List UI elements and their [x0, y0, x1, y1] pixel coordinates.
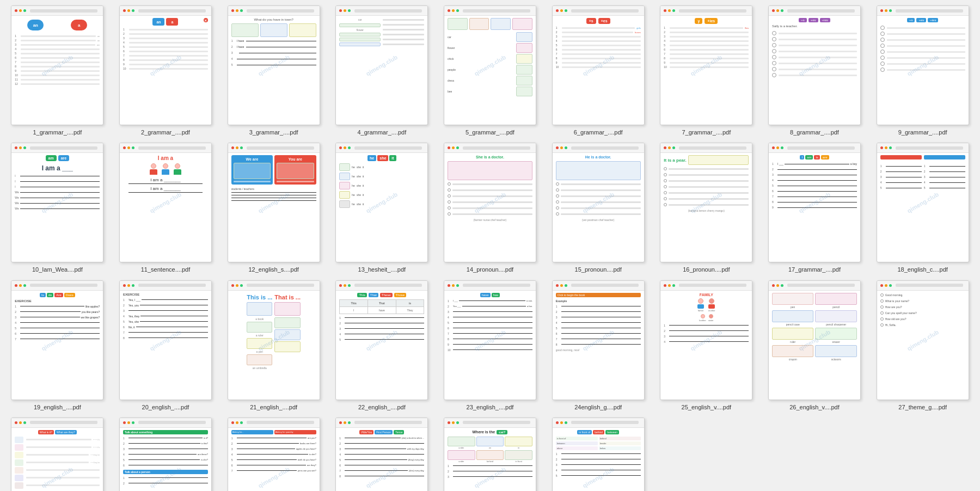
file-item-12[interactable]: We are You are students / teachers — [222, 143, 326, 273]
thumbnail-20[interactable]: EXERCISE 1Yes, I ___ 2Yes, you 3 4Yes, t… — [119, 280, 212, 400]
file-item-29[interactable]: Talk about something 1is it? 2is this? 3… — [114, 418, 218, 491]
file-label-25: 25_english_v....pdf — [682, 403, 732, 411]
file-label-13: 13_hesheit_....pdf — [358, 266, 406, 273]
watermark: qimeng.club — [365, 54, 399, 77]
file-label-5: 5_grammar_....pdf — [465, 128, 514, 136]
file-label-16: 16_pronoun....pdf — [683, 266, 730, 273]
file-item-33[interactable]: in front of behind between in front of b… — [546, 418, 650, 491]
file-item-26[interactable]: pen pencil case ruler crayon pencil penc… — [763, 280, 867, 411]
file-item-21[interactable]: This is ... a book a ruler a pen an umbr… — [222, 280, 326, 411]
file-label-12: 12_english_s....pdf — [248, 266, 298, 273]
file-item-18[interactable]: 1 2 3 4 5 1 2 3 4 — [871, 143, 975, 273]
thumbnail-21[interactable]: This is ... a book a ruler a pen an umbr… — [228, 280, 320, 400]
thumbnail-13[interactable]: he she it he she it he she it — [335, 143, 428, 262]
thumbnail-14[interactable]: She is a doctor. (farmer nurse chef teac… — [444, 143, 536, 262]
thumbnail-19[interactable]: Is do Are Does EXERCISE 1like apples? 2y… — [11, 280, 103, 400]
file-label-18: 18_english_c....pdf — [897, 266, 947, 273]
thumbnail-29[interactable]: Talk about something 1is it? 2is this? 3… — [119, 418, 212, 491]
file-label-19: 19_english_....pdf — [34, 403, 81, 411]
file-label-21: 21_english_....pdf — [250, 403, 297, 411]
thumbnail-11[interactable]: I am a I am a _______ — [119, 143, 212, 262]
file-item-11[interactable]: I am a I am a _______ — [114, 143, 218, 273]
file-item-16[interactable]: It is a pear. (banana lemon cherry mango… — [654, 143, 758, 273]
thumbnail-30[interactable]: Asking for... Asking for quantity 1are y… — [228, 418, 320, 491]
thumbnail-26[interactable]: pen pencil case ruler crayon pencil penc… — [768, 280, 861, 400]
thumbnail-25[interactable]: FAMILY father mother — [660, 280, 752, 400]
file-item-32[interactable]: Where is the cat? under on in — [438, 418, 542, 491]
file-label-4: 4_grammar_....pdf — [357, 128, 406, 136]
thumbnail-4[interactable]: car flower — [335, 5, 428, 125]
file-item-7[interactable]: y +ies 1flies 2 3 4 5 6 7 8 9 10 qimeng.… — [654, 5, 758, 136]
thumbnail-1[interactable]: an a 1an 2an 3am 4 5 6 7 8 9 10 11 12 — [11, 5, 103, 125]
watermark: qimeng.club — [906, 328, 940, 352]
file-label-11: 11_sentence....pdf — [141, 266, 191, 273]
watermark: qimeng.club — [149, 191, 182, 214]
file-item-10[interactable]: am are I am a ___ I I I We We We We qime… — [5, 143, 109, 273]
thumbnail-24[interactable]: Click to begin the book Example 1 2 3 4 … — [552, 280, 645, 400]
thumbnail-18[interactable]: 1 2 3 4 5 1 2 3 4 — [877, 143, 969, 262]
thumbnail-3[interactable]: What do you have in town? 1I have 2I hav… — [228, 5, 320, 125]
thumbnail-27[interactable]: Good morning. What is your name? How are… — [877, 280, 969, 400]
file-label-17: 17_grammar_....pdf — [788, 266, 841, 273]
file-grid: an a 1an 2an 3am 4 5 6 7 8 9 10 11 12 — [5, 5, 975, 491]
thumbnail-33[interactable]: in front of behind between in front of b… — [552, 418, 645, 491]
file-item-25[interactable]: FAMILY father mother — [654, 280, 758, 411]
thumbnail-16[interactable]: It is a pear. (banana lemon cherry mango… — [660, 143, 752, 262]
file-item-9[interactable]: +s +es +ies qimeng.club 9_grammar_....pd… — [871, 5, 975, 136]
file-item-8[interactable]: +s +es +ies Sally is a teacher. qimeng.c… — [763, 5, 867, 136]
file-label-8: 8_grammar_....pdf — [790, 128, 839, 136]
file-label-9: 9_grammar_....pdf — [898, 128, 947, 136]
thumbnail-10[interactable]: am are I am a ___ I I I We We We We qime… — [11, 143, 103, 262]
file-item-5[interactable]: car flower chick people — [438, 5, 542, 136]
file-item-22[interactable]: This That These Those This That is I hav… — [330, 280, 434, 411]
file-label-14: 14_pronoun....pdf — [467, 266, 513, 273]
thumbnail-28[interactable]: What is it? What are they? • • • it's • … — [11, 418, 103, 491]
watermark: qimeng.club — [906, 191, 940, 214]
file-label-15: 15_pronoun....pdf — [575, 266, 622, 273]
file-item-19[interactable]: Is do Are Does EXERCISE 1like apples? 2y… — [5, 280, 109, 411]
file-label-24: 24english_g....pdf — [574, 403, 622, 411]
thumbnail-17[interactable]: I am is are 1I ___a boy 2 3 4 5 6 7 8 9 … — [768, 143, 861, 262]
thumbnail-31[interactable]: I/We/You First Person Tense 1(she) a boo… — [335, 418, 428, 491]
thumbnail-9[interactable]: +s +es +ies qimeng.club — [877, 5, 969, 125]
file-item-20[interactable]: EXERCISE 1Yes, I ___ 2Yes, you 3 4Yes, t… — [114, 280, 218, 411]
file-item-28[interactable]: What is it? What are they? • • • it's • … — [5, 418, 109, 491]
file-item-1[interactable]: an a 1an 2an 3am 4 5 6 7 8 9 10 11 12 — [5, 5, 109, 136]
thumbnail-5[interactable]: car flower chick people — [444, 5, 536, 125]
file-item-6[interactable]: +s +es 1girls 2buses 3 4 5 6 7 8 9 10 qi… — [546, 5, 650, 136]
file-label-10: 10_Iam_Wea....pdf — [32, 266, 83, 273]
thumbnail-6[interactable]: +s +es 1girls 2buses 3 4 5 6 7 8 9 10 qi… — [552, 5, 645, 125]
thumbnail-15[interactable]: He is a doctor. (vet postman chef teache… — [552, 143, 645, 262]
file-item-17[interactable]: I am is are 1I ___a boy 2 3 4 5 6 7 8 9 … — [763, 143, 867, 273]
file-label-20: 20_english_....pdf — [142, 403, 189, 411]
thumbnail-8[interactable]: +s +es +ies Sally is a teacher. qimeng.c… — [768, 5, 861, 125]
file-label-22: 22_english_....pdf — [358, 403, 406, 411]
file-item-14[interactable]: She is a doctor. (farmer nurse chef teac… — [438, 143, 542, 273]
file-label-1: 1_grammar_....pdf — [33, 128, 82, 136]
thumbnail-32[interactable]: Where is the cat? under on in — [444, 418, 536, 491]
file-item-23[interactable]: have has 1I ___a can. 2You ___a fan. 3 4… — [438, 280, 542, 411]
file-label-23: 23_english_....pdf — [467, 403, 514, 411]
file-item-2[interactable]: an a ✕ 1 2 3 4 5 6 7 8 9 10 qimeng.club — [114, 5, 218, 136]
file-item-24[interactable]: Click to begin the book Example 1 2 3 4 … — [546, 280, 650, 411]
file-label-6: 6_grammar_....pdf — [574, 128, 623, 136]
file-item-3[interactable]: What do you have in town? 1I have 2I hav… — [222, 5, 326, 136]
file-item-30[interactable]: Asking for... Asking for quantity 1are y… — [222, 418, 326, 491]
file-label-27: 27_theme_g....pdf — [898, 403, 947, 411]
thumbnail-22[interactable]: This That These Those This That is I hav… — [335, 280, 428, 400]
file-item-15[interactable]: He is a doctor. (vet postman chef teache… — [546, 143, 650, 273]
file-label-7: 7_grammar_....pdf — [682, 128, 731, 136]
file-item-31[interactable]: I/We/You First Person Tense 1(she) a boo… — [330, 418, 434, 491]
file-label-3: 3_grammar_....pdf — [249, 128, 298, 136]
file-item-4[interactable]: car flower — [330, 5, 434, 136]
file-label-26: 26_english_v....pdf — [789, 403, 840, 411]
thumbnail-12[interactable]: We are You are students / teachers — [228, 143, 320, 262]
file-item-27[interactable]: Good morning. What is your name? How are… — [871, 280, 975, 411]
thumbnail-2[interactable]: an a ✕ 1 2 3 4 5 6 7 8 9 10 qimeng.club — [119, 5, 212, 125]
file-label-2: 2_grammar_....pdf — [141, 128, 190, 136]
thumbnail-23[interactable]: have has 1I ___a can. 2You ___a fan. 3 4… — [444, 280, 536, 400]
thumbnail-7[interactable]: y +ies 1flies 2 3 4 5 6 7 8 9 10 qimeng.… — [660, 5, 752, 125]
file-item-13[interactable]: he she it he she it he she it — [330, 143, 434, 273]
